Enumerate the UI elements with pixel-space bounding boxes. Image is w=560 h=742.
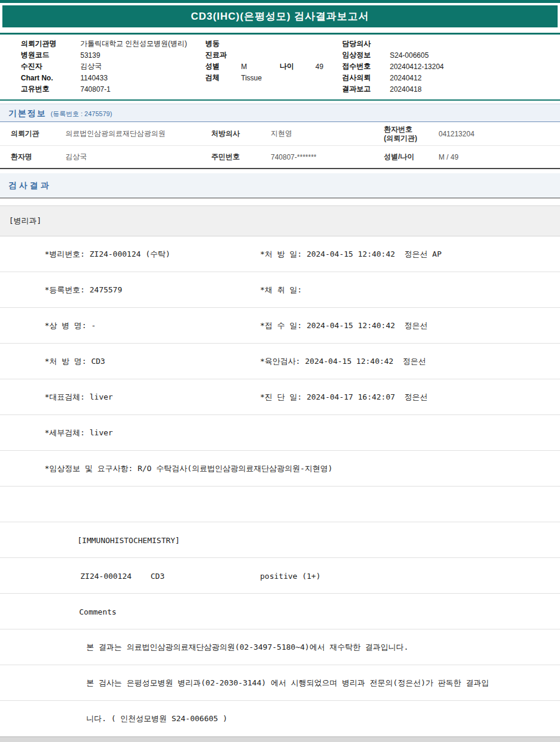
requesting-org-cell-value: 의료법인삼광의료재단삼광의원 xyxy=(65,129,211,139)
department-field-row: 진료과 xyxy=(205,49,342,61)
comment-text: 본 결과는 의료법인삼광의료재단삼광의원(02-3497-5180~4)에서 재… xyxy=(86,642,408,653)
prescribing-doctor-label: 처방의사 xyxy=(211,129,271,138)
chart-no-label: Chart No. xyxy=(21,74,80,82)
sex-age-cell-value: M / 49 xyxy=(439,153,560,161)
patient-no-label-line2: (의뢰기관) xyxy=(384,134,439,143)
ward-label: 병동 xyxy=(205,39,241,49)
result-row-comments-label: Comments xyxy=(0,594,560,629)
report-date-label: 결과보고 xyxy=(342,84,390,94)
result-left-text: *세부검체: liver xyxy=(45,428,113,438)
examinee-value: 김상국 xyxy=(80,61,102,71)
sex-value: M xyxy=(241,63,280,71)
result-row-comment: 본 검사는 은평성모병원 병리과(02-2030-3144) 에서 시행되었으며… xyxy=(0,665,560,701)
basic-info-row: 환자명 김상국 주민번호 740807-******* 성별/나이 M / 49 xyxy=(0,146,560,168)
result-row-sub-specimen: *세부검체: liver xyxy=(0,415,560,451)
result-row-comment: 니다. ( 인천성모병원 S24-006605 ) xyxy=(0,701,560,737)
header-right-column: 담당의사 임상정보 S24-006605 접수번호 20240412-13204… xyxy=(342,38,560,95)
report-date-value: 20240418 xyxy=(390,85,421,93)
result-row-pathology-no: *병리번호: ZI24-000124 (수탁) *처 방 일: 2024-04-… xyxy=(0,236,560,272)
requesting-org-value: 가톨릭대학교 인천성모병원(병리) xyxy=(80,39,187,49)
test-result-title: 검 사 결 과 xyxy=(8,180,49,191)
result-row-ihc-result: ZI24-000124 CD3 positive (1+) xyxy=(0,558,560,594)
result-right-text: *접 수 일: 2024-04-15 12:40:42 정은선 xyxy=(260,320,428,331)
request-date-row: 검사의뢰 20240412 xyxy=(342,72,560,83)
result-row-registration-no: *등록번호: 2475579 *채 취 일: xyxy=(0,272,560,308)
header-middle-column: 병동 진료과 성별 M 나이 49 검체 Tissue xyxy=(205,38,342,95)
report-title-bar: CD3(IHC)(은평성모) 검사결과보고서 xyxy=(2,5,558,27)
ward-row: 병동 xyxy=(205,38,342,49)
resident-no-label: 주민번호 xyxy=(211,152,271,161)
department-field-label: 진료과 xyxy=(205,50,241,60)
result-left-text: *상 병 명: - xyxy=(45,320,96,331)
specimen-label: 검체 xyxy=(205,73,241,83)
comments-label: Comments xyxy=(79,607,117,616)
result-right-text: *육안검사: 2024-04-15 12:40:42 정은선 xyxy=(260,356,426,367)
prescribing-doctor-value: 지현영 xyxy=(271,129,384,139)
department-band: [병리과] xyxy=(0,205,560,236)
receipt-no-row: 접수번호 20240412-13204 xyxy=(342,61,560,72)
report-date-row: 결과보고 20240418 xyxy=(342,83,560,95)
basic-info-title: 기본정보 xyxy=(8,108,46,119)
hospital-code-row: 병원코드 53139 xyxy=(21,49,205,61)
attending-doctor-row: 담당의사 xyxy=(342,38,560,49)
unique-no-value: 740807-1 xyxy=(80,85,111,93)
examinee-label: 수진자 xyxy=(21,61,80,71)
examinee-row: 수진자 김상국 xyxy=(21,61,205,72)
request-date-label: 검사의뢰 xyxy=(342,73,390,83)
basic-info-section-header: 기본정보 (등록번호 : 2475579) xyxy=(0,104,560,122)
clinical-info-value: S24-006605 xyxy=(390,51,428,60)
result-left-text: *처 방 명: CD3 xyxy=(45,356,105,367)
receipt-no-label: 접수번호 xyxy=(342,61,390,71)
hospital-code-value: 53139 xyxy=(80,51,100,60)
age-label: 나이 xyxy=(280,61,315,71)
header-left-column: 의뢰기관명 가톨릭대학교 인천성모병원(병리) 병원코드 53139 수진자 김… xyxy=(21,38,205,95)
chart-no-row: Chart No. 1140433 xyxy=(21,72,205,83)
registration-no: (등록번호 : 2475579) xyxy=(51,110,112,119)
report-page: CD3(IHC)(은평성모) 검사결과보고서 의뢰기관명 가톨릭대학교 인천성모… xyxy=(0,0,560,742)
requesting-org-label: 의뢰기관명 xyxy=(21,39,80,49)
patient-name-label: 환자명 xyxy=(11,152,65,161)
patient-name-value: 김상국 xyxy=(65,152,211,162)
requesting-org-cell-label: 의뢰기관 xyxy=(11,129,65,138)
clinical-info-label: 임상정보 xyxy=(342,50,390,60)
ihc-result-value: positive (1+) xyxy=(260,571,321,580)
result-left-text: *병리번호: ZI24-000124 (수탁) xyxy=(45,249,170,260)
result-row-comment: 본 결과는 의료법인삼광의료재단삼광의원(02-3497-5180~4)에서 재… xyxy=(0,629,560,665)
patient-no-label: 환자번호 (의뢰기관) xyxy=(384,125,439,143)
result-row-clinical-request: *임상정보 및 요구사항: R/O 수탁검사(의료법인삼광의료재단삼광의원-지현… xyxy=(0,451,560,487)
sex-label: 성별 xyxy=(205,61,241,71)
chart-no-value: 1140433 xyxy=(80,74,108,82)
hospital-code-label: 병원코드 xyxy=(21,50,80,60)
patient-header: 의뢰기관명 가톨릭대학교 인천성모병원(병리) 병원코드 53139 수진자 김… xyxy=(0,33,560,101)
comment-text: 니다. ( 인천성모병원 S24-006605 ) xyxy=(86,713,227,724)
result-row-empty xyxy=(0,487,560,522)
basic-info-row: 의뢰기관 의료법인삼광의료재단삼광의원 처방의사 지현영 환자번호 (의뢰기관)… xyxy=(0,122,560,146)
attending-doctor-label: 담당의사 xyxy=(342,39,390,49)
clinical-info-row: 임상정보 S24-006605 xyxy=(342,49,560,61)
ihc-test-name: CD3 xyxy=(151,571,164,580)
ihc-header-text: [IMMUNOHISTOCHEMISTRY] xyxy=(77,535,180,544)
result-left-text: *임상정보 및 요구사항: R/O 수탁검사(의료법인삼광의료재단삼광의원-지현… xyxy=(45,463,333,474)
specimen-row: 검체 Tissue xyxy=(205,72,342,83)
unique-no-row: 고유번호 740807-1 xyxy=(21,83,205,95)
sex-age-cell-label: 성별/나이 xyxy=(384,152,439,161)
request-date-value: 20240412 xyxy=(390,74,421,82)
result-right-text: *진 단 일: 2024-04-17 16:42:07 정은선 xyxy=(260,392,428,403)
requesting-org-row: 의뢰기관명 가톨릭대학교 인천성모병원(병리) xyxy=(21,38,205,49)
result-right-text: *채 취 일: xyxy=(260,285,302,295)
department-label: [병리과] xyxy=(9,216,42,226)
age-value: 49 xyxy=(315,63,323,71)
comment-text: 본 검사는 은평성모병원 병리과(02-2030-3144) 에서 시행되었으며… xyxy=(86,678,489,688)
receipt-no-value: 20240412-13204 xyxy=(390,63,444,71)
bottom-bar xyxy=(0,737,560,742)
resident-no-value: 740807-******* xyxy=(271,153,384,161)
result-row-ihc-header: [IMMUNOHISTOCHEMISTRY] xyxy=(0,522,560,558)
result-row-main-specimen: *대표검체: liver *진 단 일: 2024-04-17 16:42:07… xyxy=(0,379,560,415)
unique-no-label: 고유번호 xyxy=(21,84,80,94)
top-accent-bar xyxy=(0,0,560,3)
result-right-text: *처 방 일: 2024-04-15 12:40:42 정은선 AP xyxy=(260,249,442,260)
basic-info-table: 의뢰기관 의료법인삼광의료재단삼광의원 처방의사 지현영 환자번호 (의뢰기관)… xyxy=(0,122,560,169)
result-left-text: *등록번호: 2475579 xyxy=(45,285,122,295)
test-result-section-header: 검 사 결 과 xyxy=(0,173,560,198)
patient-no-label-line1: 환자번호 xyxy=(384,125,439,134)
